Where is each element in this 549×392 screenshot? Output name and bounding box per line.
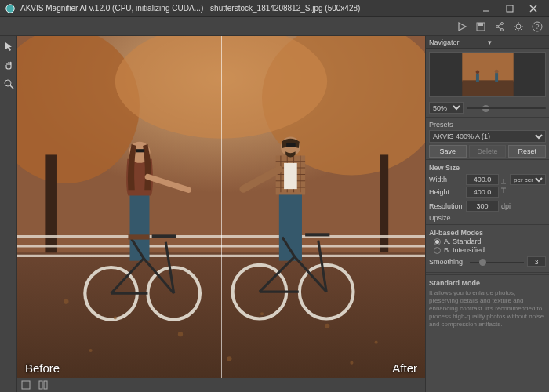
svg-point-0 <box>6 4 15 13</box>
navigator-header: Navigator ▾ <box>426 36 549 49</box>
settings-icon[interactable] <box>511 20 525 34</box>
view-mode-1-icon[interactable] <box>19 378 33 392</box>
hand-tool-icon[interactable] <box>2 58 16 72</box>
smoothing-slider[interactable] <box>470 262 524 263</box>
app-icon <box>5 3 16 14</box>
pointer-tool-icon[interactable] <box>2 39 16 53</box>
resolution-label: Resolution <box>429 202 464 210</box>
smoothing-value[interactable]: 3 <box>527 256 546 267</box>
share-icon[interactable] <box>493 20 507 34</box>
svg-line-26 <box>10 85 13 89</box>
svg-point-77 <box>350 361 353 365</box>
maximize-button[interactable] <box>499 2 521 16</box>
close-button[interactable] <box>522 2 544 16</box>
svg-marker-24 <box>5 42 12 51</box>
chevron-down-icon[interactable]: ▾ <box>488 38 547 46</box>
view-mode-2-icon[interactable] <box>36 378 50 392</box>
radio-off-icon <box>434 247 441 254</box>
canvas-area[interactable]: Before After <box>17 36 425 392</box>
svg-point-75 <box>89 349 93 352</box>
svg-point-13 <box>516 24 521 29</box>
radio-on-icon <box>434 238 441 245</box>
delete-preset-button[interactable]: Delete <box>469 145 507 158</box>
width-label: Width <box>429 176 464 183</box>
svg-rect-58 <box>284 163 297 189</box>
run-icon[interactable] <box>455 20 469 34</box>
svg-line-21 <box>521 24 522 24</box>
svg-point-70 <box>114 316 117 319</box>
titlebar: AKVIS Magnifier AI v.12.0 (CPU, initiali… <box>0 0 549 17</box>
left-toolbar <box>0 36 17 392</box>
presets-header: Presets <box>429 121 546 129</box>
svg-point-25 <box>5 80 11 86</box>
standard-mode-header: Standard Mode <box>429 279 546 287</box>
save-icon[interactable] <box>474 20 488 34</box>
help-icon[interactable]: ? <box>530 20 544 34</box>
mode-standard-radio[interactable]: A. Standard <box>434 238 546 245</box>
resolution-input[interactable] <box>466 201 499 212</box>
reset-preset-button[interactable]: Reset <box>508 145 546 158</box>
right-panel: Navigator ▾ 50% Presets AKVIS 400% A (1)… <box>425 36 549 392</box>
svg-line-20 <box>515 29 516 30</box>
zoom-select[interactable]: 50% <box>429 102 464 114</box>
svg-text:?: ? <box>535 23 539 31</box>
svg-rect-80 <box>44 381 47 389</box>
smoothing-label: Smoothing <box>429 258 467 266</box>
top-toolbar: ? <box>0 17 549 36</box>
svg-rect-2 <box>507 5 513 12</box>
link-dimensions-icon[interactable] <box>500 177 508 194</box>
bottom-status-bar <box>17 378 425 392</box>
zoom-slider[interactable] <box>467 103 546 113</box>
svg-point-76 <box>227 356 231 361</box>
width-input[interactable] <box>466 174 499 185</box>
svg-rect-85 <box>475 74 478 82</box>
standard-mode-description: It allows you to enlarge photos, preserv… <box>429 288 546 330</box>
svg-line-11 <box>498 24 501 26</box>
svg-point-69 <box>64 299 68 304</box>
height-input[interactable] <box>466 187 499 198</box>
upsize-label: Upsize <box>429 214 546 222</box>
svg-rect-7 <box>478 23 483 26</box>
resolution-unit: dpi <box>501 202 511 210</box>
navigator-thumbnail[interactable] <box>429 52 546 97</box>
svg-rect-81 <box>462 53 513 82</box>
save-preset-button[interactable]: Save <box>429 145 467 158</box>
before-label: Before <box>25 361 60 375</box>
height-label: Height <box>429 188 464 196</box>
new-size-header: New Size <box>429 164 546 172</box>
svg-rect-78 <box>22 381 30 389</box>
svg-point-73 <box>325 324 329 328</box>
zoom-tool-icon[interactable] <box>2 77 16 91</box>
mode-intensified-radio[interactable]: B. Intensified <box>434 246 546 254</box>
unit-select[interactable]: per cent <box>510 174 546 185</box>
before-after-divider[interactable] <box>221 36 222 378</box>
preset-select[interactable]: AKVIS 400% A (1) <box>429 130 546 143</box>
svg-point-72 <box>260 312 264 315</box>
minimize-button[interactable] <box>475 2 497 16</box>
svg-rect-86 <box>495 73 498 82</box>
svg-rect-79 <box>39 381 42 389</box>
window-title: AKVIS Magnifier AI v.12.0 (CPU, initiali… <box>20 4 475 13</box>
svg-line-18 <box>515 24 516 24</box>
svg-rect-60 <box>286 143 295 147</box>
svg-line-12 <box>498 27 501 29</box>
ai-modes-header: AI-based Modes <box>429 229 546 237</box>
svg-rect-32 <box>380 154 388 252</box>
after-label: After <box>392 361 417 375</box>
svg-rect-82 <box>462 80 513 96</box>
svg-rect-39 <box>136 149 144 152</box>
svg-point-71 <box>178 332 183 336</box>
svg-point-84 <box>494 70 498 74</box>
svg-point-74 <box>375 341 378 344</box>
svg-line-19 <box>521 29 522 30</box>
svg-point-83 <box>475 71 479 74</box>
svg-marker-5 <box>459 23 466 31</box>
